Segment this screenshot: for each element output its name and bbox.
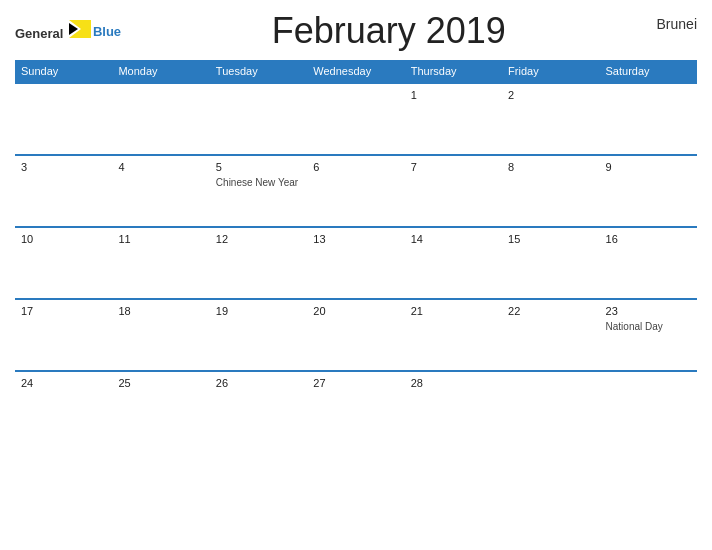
table-row: 20: [307, 299, 404, 371]
table-row: 12: [210, 227, 307, 299]
table-row: 13: [307, 227, 404, 299]
table-row: 27: [307, 371, 404, 443]
logo-general: General: [15, 26, 63, 41]
day-number: 12: [216, 233, 301, 245]
calendar-header: Sunday Monday Tuesday Wednesday Thursday…: [15, 60, 697, 83]
day-number: 25: [118, 377, 203, 389]
table-row: [307, 83, 404, 155]
header-tuesday: Tuesday: [210, 60, 307, 83]
day-number: 2: [508, 89, 593, 101]
page: General Blue February 2019 Brunei Sunday…: [0, 0, 712, 550]
table-row: [600, 83, 697, 155]
header-saturday: Saturday: [600, 60, 697, 83]
table-row: 16: [600, 227, 697, 299]
header-friday: Friday: [502, 60, 599, 83]
logo-blue: Blue: [93, 25, 121, 38]
holiday-label: National Day: [606, 320, 691, 333]
day-number: 27: [313, 377, 398, 389]
table-row: [15, 83, 112, 155]
table-row: 14: [405, 227, 502, 299]
table-row: [210, 83, 307, 155]
day-number: 18: [118, 305, 203, 317]
calendar-row: 10111213141516: [15, 227, 697, 299]
table-row: 7: [405, 155, 502, 227]
day-number: 15: [508, 233, 593, 245]
table-row: 2: [502, 83, 599, 155]
table-row: 15: [502, 227, 599, 299]
weekday-header-row: Sunday Monday Tuesday Wednesday Thursday…: [15, 60, 697, 83]
table-row: 18: [112, 299, 209, 371]
table-row: 11: [112, 227, 209, 299]
table-row: 28: [405, 371, 502, 443]
header-sunday: Sunday: [15, 60, 112, 83]
calendar-row: 345Chinese New Year6789: [15, 155, 697, 227]
day-number: 1: [411, 89, 496, 101]
day-number: 7: [411, 161, 496, 173]
day-number: 14: [411, 233, 496, 245]
table-row: 5Chinese New Year: [210, 155, 307, 227]
day-number: 9: [606, 161, 691, 173]
table-row: [600, 371, 697, 443]
day-number: 19: [216, 305, 301, 317]
table-row: 17: [15, 299, 112, 371]
holiday-label: Chinese New Year: [216, 176, 301, 189]
table-row: 21: [405, 299, 502, 371]
table-row: [112, 83, 209, 155]
table-row: 26: [210, 371, 307, 443]
logo-flag-icon: [69, 20, 91, 38]
logo: General Blue: [15, 20, 121, 42]
day-number: 4: [118, 161, 203, 173]
header-thursday: Thursday: [405, 60, 502, 83]
day-number: 10: [21, 233, 106, 245]
table-row: 10: [15, 227, 112, 299]
table-row: 6: [307, 155, 404, 227]
day-number: 13: [313, 233, 398, 245]
table-row: 19: [210, 299, 307, 371]
day-number: 26: [216, 377, 301, 389]
day-number: 28: [411, 377, 496, 389]
table-row: [502, 371, 599, 443]
calendar-row: 17181920212223National Day: [15, 299, 697, 371]
header-wednesday: Wednesday: [307, 60, 404, 83]
table-row: 9: [600, 155, 697, 227]
table-row: 1: [405, 83, 502, 155]
table-row: 24: [15, 371, 112, 443]
day-number: 17: [21, 305, 106, 317]
day-number: 24: [21, 377, 106, 389]
day-number: 16: [606, 233, 691, 245]
day-number: 20: [313, 305, 398, 317]
day-number: 3: [21, 161, 106, 173]
day-number: 5: [216, 161, 301, 173]
table-row: 8: [502, 155, 599, 227]
table-row: 3: [15, 155, 112, 227]
table-row: 25: [112, 371, 209, 443]
day-number: 21: [411, 305, 496, 317]
calendar-row: 12: [15, 83, 697, 155]
day-number: 8: [508, 161, 593, 173]
day-number: 11: [118, 233, 203, 245]
table-row: 22: [502, 299, 599, 371]
calendar-row: 2425262728: [15, 371, 697, 443]
header: General Blue February 2019 Brunei: [15, 10, 697, 52]
day-number: 6: [313, 161, 398, 173]
calendar-table: Sunday Monday Tuesday Wednesday Thursday…: [15, 60, 697, 443]
day-number: 22: [508, 305, 593, 317]
day-number: 23: [606, 305, 691, 317]
calendar-title: February 2019: [121, 10, 656, 52]
table-row: 4: [112, 155, 209, 227]
header-monday: Monday: [112, 60, 209, 83]
country-label: Brunei: [657, 16, 697, 32]
calendar-body: 12345Chinese New Year6789101112131415161…: [15, 83, 697, 443]
table-row: 23National Day: [600, 299, 697, 371]
